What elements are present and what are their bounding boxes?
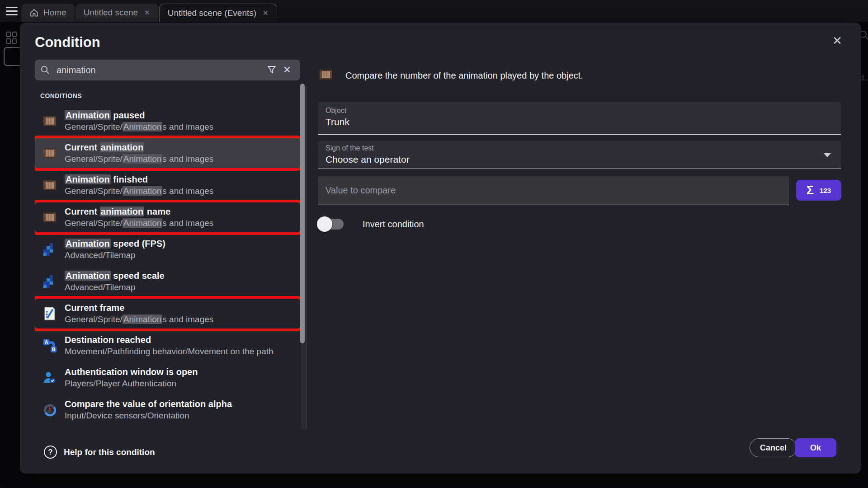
condition-item[interactable]: Authentication window is openPlayers/Pla…	[35, 363, 300, 393]
close-icon[interactable]: ✕	[828, 32, 846, 50]
cancel-button[interactable]: Cancel	[750, 438, 797, 457]
value-placeholder: Value to compare	[326, 185, 396, 196]
condition-item[interactable]: Current animation nameGeneral/Sprite/Ani…	[35, 202, 300, 232]
dialog-title: Condition	[35, 34, 100, 51]
tab-untitled-scene-events[interactable]: Untitled scene (Events) ✕	[159, 4, 277, 22]
condition-title: Animation speed scale	[65, 270, 165, 282]
condition-title: Current frame	[65, 302, 213, 314]
condition-description: Compare the number of the animation play…	[345, 70, 583, 81]
condition-item[interactable]: Animation pausedGeneral/Sprite/Animation…	[35, 106, 300, 136]
expression-editor-button[interactable]: Σ 123	[796, 180, 841, 201]
svg-text:A: A	[45, 340, 48, 345]
tab-home[interactable]: Home	[21, 4, 75, 22]
value-to-compare-input[interactable]: Value to compare	[318, 176, 789, 205]
condition-title: Compare the value of orientation alpha	[65, 398, 232, 410]
invert-condition-row: Invert condition	[318, 216, 424, 232]
condition-subtitle: Input/Device sensors/Orientation	[65, 410, 232, 422]
condition-item[interactable]: Animation speed scaleAdvanced/Tilemap	[35, 267, 300, 296]
condition-subtitle: Players/Player Authentication	[65, 378, 198, 389]
tab-strip: Home Untitled scene ✕ Untitled scene (Ev…	[21, 4, 278, 22]
filter-icon[interactable]	[264, 62, 279, 78]
top-tab-bar: Home Untitled scene ✕ Untitled scene (Ev…	[0, 0, 868, 22]
help-link[interactable]: ? Help for this condition	[44, 446, 155, 459]
ok-button[interactable]: Ok	[795, 438, 836, 457]
condition-title: Authentication window is open	[65, 366, 198, 378]
tab-label: Untitled scene	[84, 8, 138, 18]
help-question-icon: ?	[44, 446, 57, 459]
condition-item[interactable]: Current animationGeneral/Sprite/Animatio…	[35, 138, 300, 168]
condition-subtitle: Advanced/Tilemap	[65, 282, 165, 293]
invert-condition-label: Invert condition	[363, 219, 424, 230]
film-icon	[318, 68, 334, 83]
sigma-icon: Σ	[807, 183, 814, 197]
condition-subtitle: Advanced/Tilemap	[65, 249, 165, 261]
numbers-123-icon: 123	[820, 187, 831, 194]
film-icon	[41, 114, 58, 128]
condition-item[interactable]: Compare the value of orientation alphaIn…	[35, 395, 300, 425]
close-tab-icon[interactable]: ✕	[144, 9, 150, 17]
tab-label: Home	[43, 8, 66, 18]
condition-item[interactable]: ABDestination reachedMovement/Pathfindin…	[35, 331, 300, 361]
tilemap-icon	[41, 242, 58, 257]
condition-title: Current animation	[65, 141, 213, 153]
chevron-down-icon	[824, 153, 831, 157]
condition-title: Current animation name	[65, 206, 213, 217]
player-authentication-icon	[41, 371, 58, 385]
operator-field-value: Choose an operator	[326, 154, 834, 165]
film-icon	[41, 178, 58, 192]
conditions-panel: CONDITIONS Animation pausedGeneral/Sprit…	[35, 90, 300, 429]
condition-subtitle: Movement/Pathfinding behavior/Movement o…	[65, 346, 274, 357]
search-icon	[40, 65, 50, 75]
object-field[interactable]: Object Trunk	[318, 102, 841, 135]
condition-subtitle: General/Sprite/Animations and images	[65, 185, 213, 197]
search-input[interactable]: animation ✕	[35, 60, 300, 80]
condition-description-row: Compare the number of the animation play…	[318, 68, 583, 83]
menu-hamburger-icon[interactable]	[6, 7, 18, 15]
condition-title: Animation speed (FPS)	[65, 238, 165, 249]
home-icon	[29, 8, 39, 17]
tilemap-icon	[41, 274, 58, 289]
tab-untitled-scene[interactable]: Untitled scene ✕	[75, 4, 158, 22]
condition-subtitle: General/Sprite/Animations and images	[65, 314, 213, 325]
condition-item[interactable]: Animation finishedGeneral/Sprite/Animati…	[35, 170, 300, 200]
pathfinding-icon: AB	[41, 338, 58, 353]
condition-title: Animation paused	[65, 109, 213, 121]
condition-subtitle: General/Sprite/Animations and images	[65, 121, 213, 133]
conditions-list: Animation pausedGeneral/Sprite/Animation…	[35, 104, 300, 425]
orientation-icon	[41, 403, 58, 417]
list-section-header: CONDITIONS	[35, 90, 300, 104]
condition-subtitle: General/Sprite/Animations and images	[65, 217, 213, 229]
film-icon	[41, 146, 58, 160]
film-icon	[41, 211, 58, 224]
condition-title: Animation finished	[65, 174, 213, 185]
clear-search-icon[interactable]: ✕	[279, 62, 295, 78]
operator-field-label: Sign of the test	[326, 144, 834, 152]
object-field-label: Object	[326, 107, 834, 115]
search-value: animation	[57, 65, 264, 75]
condition-dialog: Condition ✕ animation ✕ CONDITIONS Anima…	[20, 23, 861, 474]
svg-text:B: B	[52, 347, 55, 352]
operator-select[interactable]: Sign of the test Choose an operator	[318, 141, 841, 169]
frame-icon	[41, 306, 58, 321]
condition-item[interactable]: Animation speed (FPS)Advanced/Tilemap	[35, 235, 300, 264]
tab-label: Untitled scene (Events)	[168, 8, 256, 18]
close-tab-icon[interactable]: ✕	[263, 9, 269, 17]
invert-condition-toggle[interactable]	[318, 219, 344, 230]
help-label: Help for this condition	[64, 447, 155, 457]
condition-item[interactable]: Current frameGeneral/Sprite/Animations a…	[35, 299, 300, 328]
object-field-value: Trunk	[326, 117, 834, 127]
scrollbar-thumb[interactable]	[300, 84, 305, 343]
condition-subtitle: General/Sprite/Animations and images	[65, 153, 213, 165]
condition-title: Destination reached	[65, 334, 274, 346]
panel-divider	[306, 86, 307, 429]
